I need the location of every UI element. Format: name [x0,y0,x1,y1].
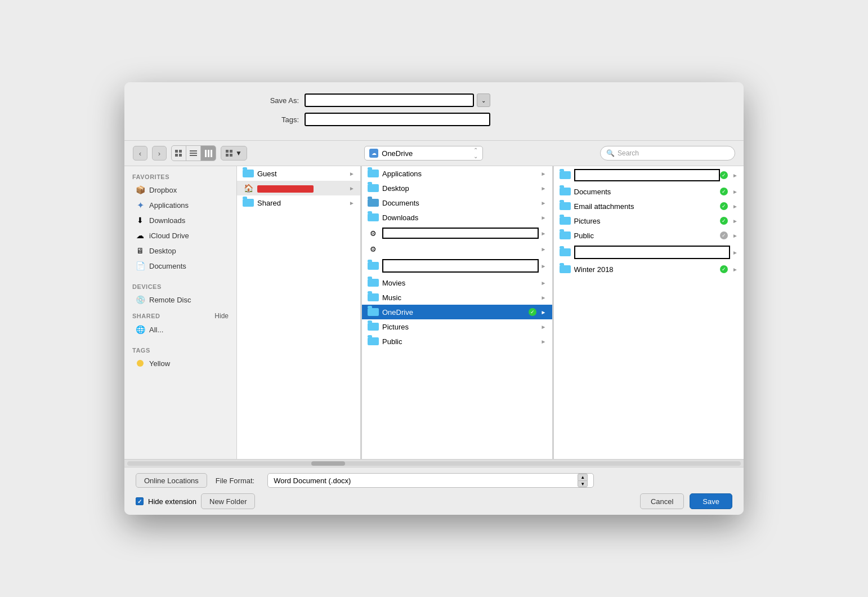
file-item-label [382,259,539,273]
sidebar-item-label: Downloads [149,216,185,225]
list-view-button[interactable] [186,146,201,161]
tags-label: Tags: [254,115,299,124]
list-item[interactable]: ⚙ ► [362,225,552,242]
save-as-input[interactable] [305,93,474,107]
sidebar-item-desktop[interactable]: 🖥 Desktop [127,243,234,258]
folder-settings-icon: ⚙ [368,229,379,238]
arrow-icon: ► [732,233,738,239]
list-item[interactable]: Winter 2018 ✓ ► [554,262,744,277]
file-item-label: Pictures [574,217,721,225]
file-item-label: Movies [382,279,539,287]
svg-rect-2 [175,154,178,157]
folder-icon [560,265,571,274]
sidebar-item-label: iCloud Drive [149,231,189,240]
search-box[interactable]: 🔍 Search [600,146,735,161]
arrow-icon: ► [349,200,355,206]
scrollbar-thumb[interactable] [311,461,345,466]
arrow-icon: ► [541,230,547,237]
icon-view-button[interactable] [172,146,186,161]
folder-icon [243,169,254,178]
sync-check-icon: ✓ [720,265,728,273]
sync-partial-check-icon: ✓ [720,231,728,239]
sidebar-item-yellow-tag[interactable]: Yellow [127,356,234,371]
location-selector[interactable]: ☁ OneDrive ⌃⌄ [364,146,482,161]
arrow-icon: ► [541,280,547,286]
back-button[interactable]: ‹ [133,146,147,161]
arrow-icon: ► [732,189,738,195]
list-item[interactable]: Movies ► [362,275,552,290]
arrow-icon: ► [541,200,547,206]
list-item[interactable]: ✓ ► [554,166,744,184]
all-icon: 🌐 [135,324,145,335]
sidebar-item-downloads[interactable]: ⬇ Downloads [127,213,234,228]
list-item[interactable]: ⚙ ► [362,242,552,256]
arrow-icon: ► [541,171,547,177]
list-item[interactable]: Pictures ✓ ► [554,213,744,228]
stepper-down[interactable]: ▼ [578,480,588,487]
arrow-icon: ► [541,338,547,345]
list-item[interactable]: Guest ► [237,166,360,181]
folder-icon [368,169,379,178]
arrow-icon: ► [349,185,355,191]
online-locations-button[interactable]: Online Locations [136,473,207,488]
list-item-email-attachments[interactable]: Email attachments ✓ ► [554,199,744,213]
file-item-label: Downloads [382,213,539,222]
music-folder-icon [368,293,379,302]
file-item-label [574,246,731,259]
list-item[interactable]: Documents ✓ ► [554,184,744,199]
onedrive-folder-icon [368,308,379,317]
folder-icon [560,231,571,240]
bottom-row1: Online Locations File Format: Word Docum… [136,473,732,488]
search-icon: 🔍 [606,149,615,157]
list-item[interactable]: Public ✓ ► [554,228,744,243]
sidebar-item-documents[interactable]: 📄 Documents [127,259,234,273]
sidebar-item-label: Desktop [149,247,176,255]
hide-button[interactable]: Hide [214,312,229,320]
list-item[interactable]: Music ► [362,290,552,305]
file-pane-2: Applications ► Desktop ► Documents ► [362,166,553,459]
list-item[interactable]: Public ► [362,334,552,349]
hide-extension-checkbox[interactable]: ✓ [136,497,144,505]
list-item-onedrive[interactable]: OneDrive ✓ ► [362,305,552,319]
list-item[interactable]: Pictures ► [362,319,552,334]
save-as-row: Save As: ⌄ [141,93,727,107]
folder-icon [368,213,379,222]
dropbox-icon: 📦 [135,185,145,195]
sidebar-item-remote-disc[interactable]: 💿 Remote Disc [127,292,234,307]
sidebar-item-dropbox[interactable]: 📦 Dropbox [127,182,234,197]
expand-button[interactable]: ⌄ [477,93,490,107]
list-item[interactable]: ► [362,256,552,275]
svg-rect-12 [226,154,229,157]
list-item[interactable]: 🏠 ► [237,181,360,195]
arrow-icon: ► [541,215,547,221]
folder-settings2-icon: ⚙ [368,244,379,253]
sidebar-item-icloud[interactable]: ☁ iCloud Drive [127,228,234,243]
cancel-button[interactable]: Cancel [640,493,684,509]
svg-rect-11 [230,150,232,153]
home-icon: 🏠 [243,184,254,193]
column-view-button[interactable] [201,146,216,161]
svg-rect-8 [208,150,209,157]
arrow-icon: ► [541,324,547,330]
bottom-section: Online Locations File Format: Word Docum… [124,467,744,515]
file-format-value: Word Document (.docx) [274,476,351,485]
list-item[interactable]: ► [554,243,744,262]
sidebar-item-all[interactable]: 🌐 All... [127,322,234,337]
save-button[interactable]: Save [690,493,732,509]
arrange-button[interactable]: ▼ [221,146,247,161]
list-item[interactable]: Applications ► [362,166,552,181]
new-folder-button[interactable]: New Folder [201,493,255,509]
list-item[interactable]: Desktop ► [362,181,552,195]
forward-button[interactable]: › [152,146,167,161]
checkmark-icon: ✓ [137,498,142,505]
file-format-select[interactable]: Word Document (.docx) ▲ ▼ [267,473,594,488]
list-item[interactable]: Downloads ► [362,210,552,225]
stepper-up[interactable]: ▲ [578,474,588,480]
list-item[interactable]: Documents ► [362,195,552,210]
sidebar-item-applications[interactable]: ✦ Applications [127,198,234,212]
tags-input[interactable] [305,113,490,126]
desktop-icon: 🖥 [135,246,145,256]
list-item[interactable]: Shared ► [237,195,360,210]
stepper[interactable]: ▲ ▼ [578,474,588,487]
sync-check-icon: ✓ [720,202,728,210]
